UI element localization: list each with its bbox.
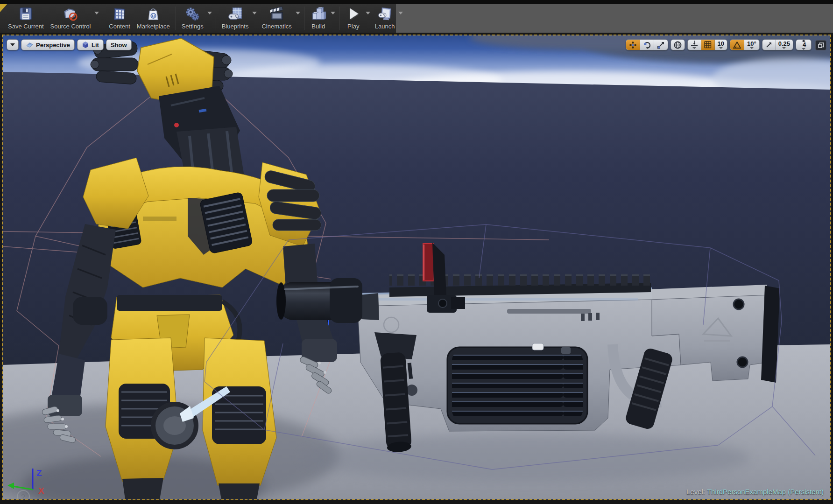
rotation-snap-value: 10° <box>747 41 756 47</box>
settings-icon <box>184 6 201 22</box>
rifle-stock-screw-top <box>734 299 744 309</box>
robot-left-elbow <box>73 297 107 325</box>
rifle-barrel-joint <box>360 293 379 320</box>
surface-snap-button[interactable] <box>688 40 701 50</box>
rifle-stock-screw-bottom <box>737 357 748 367</box>
launch-button[interactable]: Launch <box>372 5 398 32</box>
launch-dropdown-caret-icon[interactable] <box>398 12 403 14</box>
grid-snap-icon <box>704 41 712 49</box>
unreal-editor-window: Save Current Source Control <box>0 0 833 504</box>
axis-x-label: X <box>38 486 44 496</box>
source-control-dropdown-caret-icon[interactable] <box>94 12 99 14</box>
settings-label: Settings <box>182 23 204 30</box>
play-dropdown-caret-icon[interactable] <box>366 12 370 14</box>
robot-left-shin <box>122 478 163 499</box>
grid-snap-caret-icon <box>719 47 723 49</box>
transform-tools-group <box>626 39 668 50</box>
scale-snap-icon <box>765 42 772 49</box>
axis-z-label: Z <box>36 468 42 478</box>
robot-belt <box>117 295 222 311</box>
rifle-small-block <box>561 347 571 354</box>
save-current-button[interactable]: Save Current <box>5 5 47 32</box>
rotation-snap-icon <box>733 42 741 49</box>
save-current-label: Save Current <box>8 23 44 30</box>
rotation-snap-value-button[interactable]: 10° <box>744 40 759 50</box>
rifle-vent-gills <box>447 347 587 424</box>
coordinate-system-group <box>671 39 685 50</box>
rotate-tool-icon <box>643 41 651 49</box>
help-glyph: ? <box>21 493 25 499</box>
surface-snap-icon <box>691 41 698 47</box>
scale-snap-value-button[interactable]: 0.25 <box>776 40 793 50</box>
scale-snap-toggle[interactable] <box>762 40 776 50</box>
rotate-tool-button[interactable] <box>640 40 654 50</box>
source-control-label: Source Control <box>50 23 91 30</box>
rifle-suppressor-collar <box>330 278 362 323</box>
scale-snap-caret-icon <box>782 47 786 49</box>
perspective-icon <box>26 42 34 48</box>
level-value: ThirdPersonExampleMap (Persistent) <box>707 488 824 496</box>
robot-right-shin <box>219 483 260 499</box>
launch-label: Launch <box>375 23 395 30</box>
world-coordinate-button[interactable] <box>671 40 685 50</box>
viewport-options-caret-icon <box>10 43 15 46</box>
rifle-engraving-text <box>704 340 730 342</box>
marketplace-label: Marketplace <box>137 23 170 30</box>
show-flags-button[interactable]: Show <box>106 39 132 50</box>
source-control-button[interactable]: Source Control <box>47 5 94 32</box>
toolbar-separator <box>339 7 339 30</box>
perspective-button[interactable]: Perspective <box>21 39 75 50</box>
rifle-white-clip <box>532 343 544 350</box>
blueprints-label: Blueprints <box>222 23 249 30</box>
scale-tool-button[interactable] <box>654 40 668 50</box>
content-browser-icon <box>111 6 128 22</box>
rotation-snap-toggle[interactable] <box>730 40 744 50</box>
launch-icon <box>376 6 393 22</box>
maximize-icon <box>818 42 824 49</box>
grid-snap-toggle[interactable] <box>701 40 715 50</box>
camera-speed-group: 4 <box>796 39 812 50</box>
cinematics-label: Cinematics <box>261 23 291 30</box>
cinematics-button[interactable]: Cinematics <box>258 5 295 32</box>
maximize-viewport-button[interactable] <box>815 40 826 50</box>
move-tool-icon <box>629 41 637 49</box>
main-toolbar: Save Current Source Control <box>0 4 833 33</box>
main-toolbar-buttons: Save Current Source Control <box>0 4 396 33</box>
scale-tool-icon <box>657 41 665 49</box>
camera-speed-caret-icon <box>802 48 805 50</box>
scale-snap-value: 0.25 <box>778 41 790 47</box>
viewport-left-toolbar: Perspective Lit Show <box>7 39 132 50</box>
lit-mode-button[interactable]: Lit <box>77 39 104 50</box>
perspective-label: Perspective <box>36 42 70 49</box>
grid-snap-value-button[interactable]: 10 <box>715 40 727 50</box>
viewport-right-toolbar: 10 10° <box>626 39 812 50</box>
play-button[interactable]: Play <box>342 5 365 32</box>
rotation-snap-caret-icon <box>750 47 754 49</box>
move-tool-button[interactable] <box>626 40 640 50</box>
blueprints-icon <box>227 6 244 22</box>
marketplace-button[interactable]: Marketplace <box>134 5 173 32</box>
cinematics-dropdown-caret-icon[interactable] <box>296 12 300 14</box>
toolbar-separator <box>103 7 103 30</box>
settings-dropdown-caret-icon[interactable] <box>207 12 212 14</box>
build-button[interactable]: Build <box>307 5 330 32</box>
blueprints-dropdown-caret-icon[interactable] <box>252 12 257 14</box>
build-dropdown-caret-icon[interactable] <box>331 12 335 14</box>
weapon-shadow <box>302 434 750 482</box>
content-label: Content <box>109 23 130 30</box>
viewport-options-button[interactable] <box>7 39 19 50</box>
rifle-ejection-port <box>507 309 591 314</box>
settings-button[interactable]: Settings <box>178 5 207 32</box>
surface-snap-caret-icon <box>692 47 696 49</box>
content-button[interactable]: Content <box>106 5 134 32</box>
level-viewport[interactable]: Z X ? Perspective <box>2 35 831 500</box>
camera-speed-value: 4 <box>803 42 806 48</box>
blueprints-button[interactable]: Blueprints <box>219 5 252 32</box>
grid-snap-group: 10 <box>687 39 727 50</box>
rifle-suppressor-cap <box>276 282 286 320</box>
build-label: Build <box>311 23 325 30</box>
camera-speed-button[interactable]: 4 <box>796 40 811 50</box>
viewport-scene[interactable]: Z X ? <box>3 35 830 499</box>
toolbar-separator <box>176 7 176 30</box>
rifle-tick-marks <box>581 313 600 321</box>
